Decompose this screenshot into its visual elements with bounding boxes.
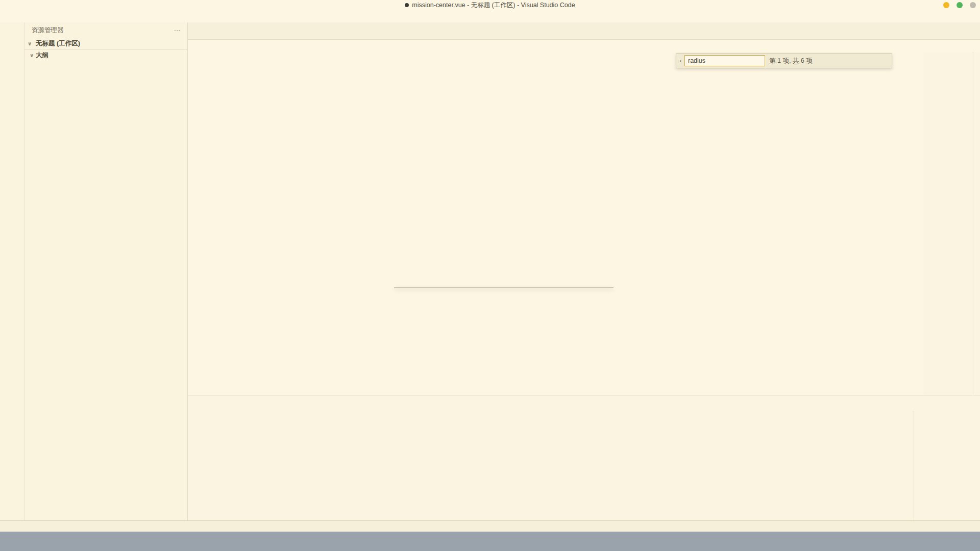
minimize-button[interactable] [943, 2, 949, 8]
workspace-section[interactable]: ∨ 无标题 (工作区) [24, 38, 187, 49]
terminal-panel[interactable] [188, 411, 980, 520]
bottom-panel [188, 395, 980, 520]
minimap[interactable] [924, 52, 973, 395]
tab-bar [188, 22, 980, 40]
window-title: mission-center.vue - 无标题 (工作区) - Visual … [412, 1, 575, 10]
taskbar [0, 532, 980, 551]
maximize-button[interactable] [957, 2, 963, 8]
find-results-count: 第 1 项, 共 6 项 [769, 57, 813, 65]
close-button[interactable] [970, 2, 976, 8]
outline-section[interactable]: ∨ 大纲 [24, 49, 187, 61]
code-editor[interactable]: › 第 1 项, 共 6 项 [188, 52, 980, 395]
find-input[interactable] [684, 55, 765, 66]
status-bar [0, 520, 980, 532]
autocomplete-popup [394, 287, 614, 288]
sidebar-more-icon[interactable]: ⋯ [174, 27, 181, 34]
title-bar: mission-center.vue - 无标题 (工作区) - Visual … [0, 0, 980, 10]
activity-bar [0, 22, 24, 520]
editor-actions [973, 22, 980, 39]
overview-ruler[interactable] [973, 52, 980, 395]
explorer-sidebar: 资源管理器 ⋯ ∨ 无标题 (工作区) ∨ 大纲 [24, 22, 188, 520]
sidebar-title: 资源管理器 [32, 26, 64, 35]
terminal-list [914, 411, 980, 520]
window-controls[interactable] [943, 2, 976, 8]
breadcrumb [188, 40, 980, 52]
modified-dot-icon [405, 3, 409, 7]
menu-bar [0, 10, 980, 22]
find-widget: › 第 1 项, 共 6 项 [676, 53, 892, 68]
find-expand-icon[interactable]: › [676, 57, 684, 64]
